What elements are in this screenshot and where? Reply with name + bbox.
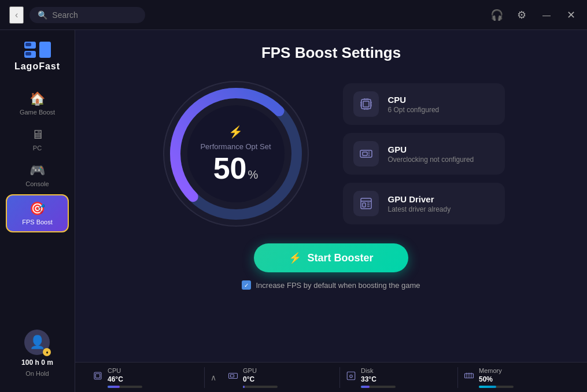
disk-status-icon [346, 371, 356, 384]
gauge-value: 50 % [213, 153, 259, 183]
time-display: 100 h 0 m [21, 358, 53, 367]
gpu-status-bar-graph [243, 386, 278, 388]
disk-status-bar-graph [361, 386, 396, 388]
svg-rect-41 [465, 373, 474, 378]
avatar-icon: 👤 [29, 335, 45, 350]
disk-status-info: Disk 33°C [361, 367, 396, 388]
avatar[interactable]: 👤 ♦ [24, 330, 50, 355]
svg-rect-38 [231, 375, 234, 378]
memory-status-name: Memory [479, 367, 514, 374]
hold-label: On Hold [25, 370, 49, 377]
boost-button-label: Start Booster [307, 252, 373, 264]
gpu-driver-card-icon [353, 191, 379, 216]
gpu-status-value: 0°C [243, 375, 278, 383]
pc-icon: 🖥 [31, 127, 44, 142]
svg-rect-39 [347, 372, 355, 380]
gpu-driver-card-title: GPU Driver [388, 194, 451, 204]
back-button[interactable]: ‹ [9, 6, 24, 24]
gauge-and-info: ⚡ Performance Opt Set 50 % [98, 76, 564, 232]
support-icon[interactable]: 🎧 [488, 6, 505, 24]
svg-rect-11 [363, 101, 369, 107]
boost-section: ⚡ Start Booster ✓ Increase FPS by defaul… [242, 243, 420, 290]
boost-bolt-icon: ⚡ [289, 252, 301, 264]
content-area: FPS Boost Settings [75, 30, 587, 392]
gpu-card-subtitle: Overclocking not configured [388, 156, 474, 164]
gpu-status-icon [228, 371, 238, 384]
gauge-number: 50 [213, 153, 247, 183]
cpu-card-title: CPU [388, 95, 440, 105]
close-button[interactable]: ✕ [564, 6, 578, 24]
memory-status-info: Memory 50% [479, 367, 514, 388]
gpu-card[interactable]: GPU Overclocking not configured [343, 133, 505, 175]
gauge-inner: ⚡ Performance Opt Set 50 % [200, 125, 271, 183]
sidebar-bottom: 👤 ♦ 100 h 0 m On Hold [21, 330, 53, 383]
disk-status-value: 33°C [361, 375, 396, 383]
fps-boost-icon: 🎯 [29, 201, 45, 216]
checkbox-row: ✓ Increase FPS by default when boosting … [242, 280, 420, 290]
fps-default-checkbox[interactable]: ✓ [242, 280, 251, 290]
title-bar-right: 🎧 ⚙ — ✕ [488, 6, 578, 24]
gpu-status-bar-fill [243, 386, 245, 388]
svg-point-40 [350, 375, 353, 378]
memory-status-bar-graph [479, 386, 514, 388]
svg-rect-37 [229, 373, 238, 379]
memory-status-item[interactable]: Memory 50% [458, 367, 575, 388]
gpu-card-text: GPU Overclocking not configured [388, 145, 474, 164]
title-bar: ‹ 🔍 Search 🎧 ⚙ — ✕ [0, 0, 587, 30]
content-main: FPS Boost Settings [75, 30, 587, 362]
svg-rect-25 [363, 152, 367, 156]
gpu-status-item[interactable]: GPU 0°C [222, 367, 340, 388]
disk-status-bar-fill [361, 386, 370, 388]
memory-status-bar-fill [479, 386, 496, 388]
search-bar[interactable]: 🔍 Search [29, 7, 145, 23]
memory-status-icon [464, 371, 474, 384]
disk-status-item[interactable]: Disk 33°C [340, 367, 458, 388]
gpu-status-name: GPU [243, 367, 278, 374]
fps-boost-label: FPS Boost [22, 219, 53, 225]
svg-rect-3 [25, 43, 31, 46]
cpu-status-item[interactable]: CPU 46°C [87, 367, 205, 388]
game-boost-icon: 🏠 [29, 91, 45, 106]
disk-status-name: Disk [361, 367, 396, 374]
gpu-card-title: GPU [388, 145, 474, 154]
gauge-percent: % [248, 168, 259, 182]
sidebar-item-pc[interactable]: 🖥 PC [0, 121, 75, 157]
svg-rect-24 [360, 150, 372, 157]
cpu-card-subtitle: 6 Opt configured [388, 106, 440, 114]
memory-status-value: 50% [479, 375, 514, 383]
logo-text: LagoFast [14, 61, 60, 72]
page-title: FPS Boost Settings [261, 44, 401, 62]
gpu-card-icon [353, 141, 379, 167]
settings-icon[interactable]: ⚙ [515, 6, 529, 24]
game-boost-label: Game Boost [20, 109, 55, 116]
svg-rect-2 [39, 42, 51, 58]
cpu-status-bar-graph [108, 386, 142, 388]
status-chevron[interactable]: ∧ [205, 373, 222, 382]
sidebar-item-fps-boost[interactable]: 🎯 FPS Boost [6, 194, 69, 232]
minimize-button[interactable]: — [538, 8, 555, 22]
pc-label: PC [33, 145, 42, 151]
gpu-driver-card-text: GPU Driver Latest driver already [388, 194, 451, 213]
cpu-status-bar-fill [108, 386, 120, 388]
cpu-card[interactable]: CPU 6 Opt configured [343, 83, 505, 125]
gauge-container: ⚡ Performance Opt Set 50 % [158, 76, 314, 232]
main-container: LagoFast 🏠 Game Boost 🖥 PC 🎮 Console 🎯 F… [0, 30, 587, 392]
gpu-driver-card-subtitle: Latest driver already [388, 205, 451, 213]
svg-rect-31 [363, 203, 366, 207]
status-bar: CPU 46°C ∧ GPU 0°C [75, 362, 587, 392]
logo: LagoFast [14, 39, 60, 72]
cpu-card-icon [353, 91, 379, 117]
console-icon: 🎮 [29, 163, 45, 178]
start-booster-button[interactable]: ⚡ Start Booster [254, 243, 408, 272]
gpu-status-info: GPU 0°C [243, 367, 278, 388]
logo-svg [23, 39, 52, 61]
cpu-status-info: CPU 46°C [108, 367, 142, 388]
avatar-badge: ♦ [43, 348, 51, 356]
sidebar-item-console[interactable]: 🎮 Console [0, 157, 75, 193]
sidebar-item-game-boost[interactable]: 🏠 Game Boost [0, 86, 75, 121]
sidebar: LagoFast 🏠 Game Boost 🖥 PC 🎮 Console 🎯 F… [0, 30, 75, 392]
gpu-driver-card[interactable]: GPU Driver Latest driver already [343, 183, 505, 224]
info-cards: CPU 6 Opt configured [343, 83, 505, 224]
cpu-card-text: CPU 6 Opt configured [388, 95, 440, 114]
search-icon: 🔍 [38, 10, 47, 20]
